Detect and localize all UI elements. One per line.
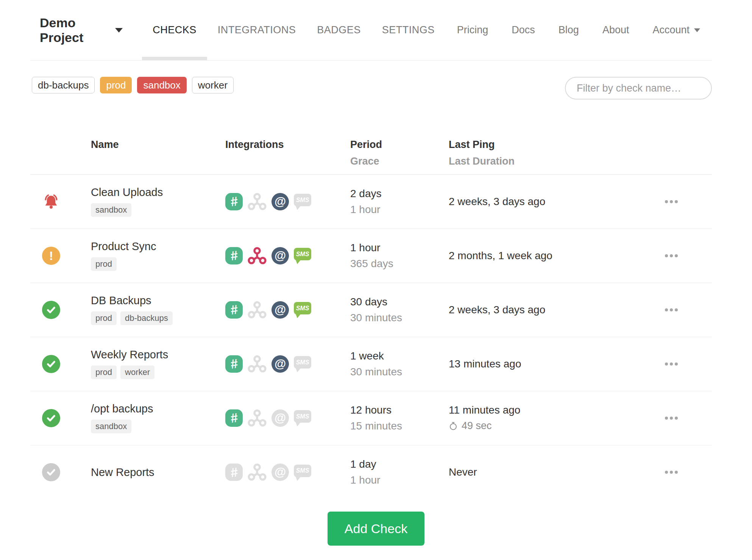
- grace-value: 365 days: [350, 258, 441, 270]
- row-menu-button[interactable]: [661, 305, 682, 315]
- nav-tab-label: SETTINGS: [382, 24, 435, 36]
- sms-icon: SMS: [294, 248, 311, 260]
- status-icon: !: [42, 409, 60, 427]
- nav-tab[interactable]: INTEGRATIONS: [207, 0, 307, 60]
- check-tag: prod: [91, 311, 117, 325]
- check-icon: [45, 358, 58, 370]
- grace-value: 30 minutes: [350, 366, 441, 378]
- check-tags: prod worker: [91, 366, 225, 379]
- webhook-icon: [248, 300, 267, 319]
- sms-icon: SMS: [294, 194, 311, 206]
- check-tag: prod: [91, 257, 117, 271]
- nav-tab[interactable]: SETTINGS: [371, 0, 445, 60]
- add-check-button[interactable]: Add Check: [328, 512, 424, 546]
- project-switcher[interactable]: Demo Project: [30, 0, 132, 60]
- check-tag: db-backups: [120, 311, 173, 325]
- row-menu-button[interactable]: [661, 196, 682, 207]
- row-menu-button[interactable]: [661, 359, 682, 369]
- slack-icon: #: [225, 464, 243, 481]
- sms-icon: SMS: [294, 410, 311, 423]
- filter-bar: db-backups prod sandbox worker: [30, 77, 712, 100]
- sms-icon: SMS: [294, 356, 311, 369]
- grace-value: 1 hour: [350, 474, 441, 486]
- check-icon: [45, 412, 58, 425]
- row-menu-button[interactable]: [661, 413, 682, 423]
- sms-icon: SMS: [294, 302, 311, 314]
- integration-icons: # @ SMS: [225, 300, 343, 319]
- email-icon: @: [271, 464, 289, 481]
- slack-icon: #: [225, 409, 243, 427]
- nav-tab[interactable]: BADGES: [306, 0, 371, 60]
- check-row[interactable]: ! Clean Uploads sandbox: [30, 175, 712, 229]
- col-header-name: Name: [91, 138, 225, 151]
- table-header: Name Integrations Period Grace Last Ping…: [30, 138, 712, 175]
- check-row[interactable]: ! Product Sync prod: [30, 229, 712, 283]
- tag-filter-button[interactable]: worker: [192, 77, 234, 93]
- webhook-icon: [248, 355, 267, 373]
- account-menu[interactable]: Account: [641, 0, 712, 60]
- check-row[interactable]: ! Weekly Reports prod: [30, 337, 712, 391]
- check-name: /opt backups: [91, 403, 225, 415]
- last-duration: 49 sec: [449, 420, 630, 432]
- status-icon: !: [42, 463, 60, 481]
- slack-icon: #: [225, 301, 243, 319]
- check-row[interactable]: ! /opt backups sandbox: [30, 391, 712, 445]
- col-header-integrations: Integrations: [225, 138, 343, 151]
- webhook-icon: [248, 246, 267, 265]
- nav-tab-label: INTEGRATIONS: [218, 24, 296, 36]
- slack-icon: #: [225, 193, 243, 210]
- row-menu-button[interactable]: [661, 467, 682, 478]
- check-tag: prod: [91, 366, 117, 379]
- table-body: ! Clean Uploads sandbox: [30, 175, 712, 499]
- nav-link[interactable]: About: [591, 0, 641, 60]
- page: Demo Project CHECKS INTEGRATIONS BADGES: [0, 0, 752, 546]
- tag-filter-button[interactable]: db-backups: [32, 77, 95, 93]
- check-name: DB Backups: [91, 294, 225, 307]
- nav-tabs: CHECKS INTEGRATIONS BADGES SETTINGS: [142, 0, 445, 60]
- webhook-icon: [248, 409, 267, 428]
- check-icon: [45, 466, 58, 479]
- check-name-filter-input[interactable]: [565, 77, 712, 100]
- check-row[interactable]: ! DB Backups prod: [30, 283, 712, 337]
- grace-value: 15 minutes: [350, 420, 441, 432]
- period-value: 30 days: [350, 296, 441, 308]
- period-value: 12 hours: [350, 404, 441, 416]
- nav-link[interactable]: Docs: [500, 0, 547, 60]
- period-value: 2 days: [350, 188, 441, 200]
- caret-down-icon: [115, 28, 123, 33]
- email-icon: @: [271, 355, 289, 373]
- slack-icon: #: [225, 355, 243, 373]
- col-header-last-ping: Last Ping: [449, 138, 630, 151]
- check-tags: prod db-backups: [91, 311, 225, 325]
- integration-icons: # @ SMS: [225, 246, 343, 265]
- last-ping-value: Never: [449, 466, 630, 478]
- nav-link[interactable]: Blog: [547, 0, 591, 60]
- checks-table: Name Integrations Period Grace Last Ping…: [30, 138, 712, 499]
- last-ping-value: 13 minutes ago: [449, 358, 630, 370]
- status-icon: !: [42, 247, 60, 265]
- col-header-period: Period: [350, 138, 441, 151]
- webhook-icon: [248, 463, 267, 482]
- last-ping-value: 2 weeks, 3 days ago: [449, 304, 630, 316]
- nav-tab[interactable]: CHECKS: [142, 0, 207, 60]
- nav-tab-label: CHECKS: [153, 24, 197, 36]
- nav-link[interactable]: Pricing: [445, 0, 500, 60]
- check-tag: sandbox: [91, 203, 131, 217]
- account-menu-label: Account: [652, 24, 690, 36]
- tag-filter-button[interactable]: sandbox: [137, 77, 186, 93]
- stopwatch-icon: [449, 422, 458, 431]
- email-icon: @: [271, 247, 289, 264]
- tag-filter-button[interactable]: prod: [100, 77, 132, 93]
- last-ping-value: 2 weeks, 3 days ago: [449, 196, 630, 208]
- project-name: Demo Project: [40, 16, 110, 45]
- last-duration-value: 49 sec: [462, 420, 492, 432]
- integration-icons: # @ SMS: [225, 355, 343, 373]
- grace-value: 30 minutes: [350, 312, 441, 324]
- check-tags: prod: [91, 257, 225, 271]
- status-icon: !: [42, 355, 60, 373]
- integration-icons: # @ SMS: [225, 463, 343, 482]
- bell-icon: [42, 191, 60, 212]
- check-row[interactable]: ! New Reports #: [30, 445, 712, 499]
- row-menu-button[interactable]: [661, 250, 682, 261]
- add-check-section: Add Check: [0, 512, 752, 546]
